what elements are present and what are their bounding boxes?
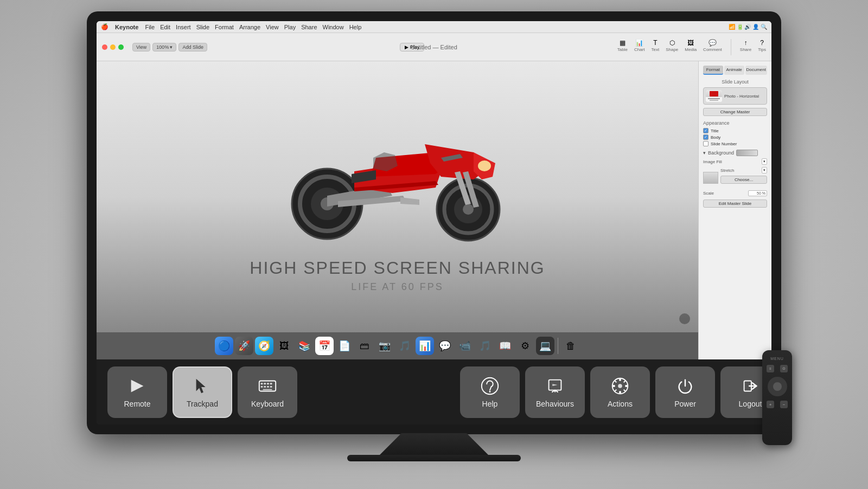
background-toggle[interactable]: ▾ bbox=[703, 150, 706, 156]
text-tool[interactable]: T Text bbox=[652, 39, 660, 55]
table-tool[interactable]: ▦ Table bbox=[617, 39, 628, 55]
zoom-button[interactable]: 100% ▾ bbox=[152, 43, 176, 52]
svg-rect-16 bbox=[261, 386, 263, 388]
tab-format[interactable]: Format bbox=[703, 66, 723, 75]
shape-tool[interactable]: ⬡ Shape bbox=[666, 39, 678, 55]
remote-home-button[interactable]: ⊙ bbox=[780, 365, 788, 372]
close-button[interactable] bbox=[102, 44, 107, 50]
remote-plus-button[interactable]: + bbox=[767, 401, 774, 408]
logout-icon bbox=[740, 376, 761, 396]
svg-point-8 bbox=[478, 160, 491, 171]
menu-help[interactable]: Help bbox=[349, 24, 362, 30]
menu-insert[interactable]: Insert bbox=[176, 24, 191, 30]
svg-rect-17 bbox=[264, 386, 266, 388]
choose-button[interactable]: Choose... bbox=[720, 176, 767, 184]
dock-camera[interactable]: 📷 bbox=[375, 337, 394, 355]
image-fill-dropdown[interactable]: ▾ bbox=[762, 158, 767, 165]
dock-files[interactable]: 🗃 bbox=[355, 337, 374, 355]
media-tool[interactable]: 🖼 Media bbox=[685, 39, 697, 55]
apple-menu[interactable]: 🍎 bbox=[101, 23, 108, 30]
share-tool[interactable]: ↑ Share bbox=[740, 39, 751, 55]
menu-format[interactable]: Format bbox=[215, 24, 234, 30]
scale-input[interactable]: 50 % bbox=[748, 190, 767, 196]
dock-finder[interactable]: 🔵 bbox=[215, 337, 233, 355]
power-icon bbox=[675, 376, 695, 396]
dock-facetime[interactable]: 📹 bbox=[456, 337, 474, 355]
tab-document[interactable]: Document bbox=[745, 66, 767, 75]
stretch-label: Stretch bbox=[720, 168, 761, 173]
body-checkbox[interactable] bbox=[703, 134, 709, 140]
tips-tool[interactable]: ? Tips bbox=[758, 39, 766, 55]
title-checkbox[interactable] bbox=[703, 128, 709, 133]
menu-window[interactable]: Window bbox=[323, 24, 344, 30]
add-slide-button[interactable]: Add Slide bbox=[178, 43, 207, 52]
menu-play[interactable]: Play bbox=[284, 24, 296, 30]
mac-window: 🍎 Keynote File Edit Insert Slide Format … bbox=[97, 21, 771, 359]
dock-safari[interactable]: 🧭 bbox=[255, 337, 273, 355]
dock-photos[interactable]: 🖼 bbox=[275, 337, 293, 355]
motorcycle-image bbox=[267, 95, 528, 247]
remote-top-buttons: ≡ ⊙ bbox=[767, 365, 788, 372]
behaviours-icon bbox=[545, 376, 565, 396]
dock-ibooks[interactable]: 📖 bbox=[496, 337, 514, 355]
dock-contacts[interactable]: 📚 bbox=[295, 337, 314, 355]
tv-screen: 🍎 Keynote File Edit Insert Slide Format … bbox=[97, 21, 771, 424]
panel-section-title: Slide Layout bbox=[703, 79, 767, 85]
dock-bar: 🔵 🚀 🧭 🖼 📚 📅 📄 🗃 📷 🎵 📊 bbox=[97, 332, 698, 359]
slide-title: HIGH SPEED SCREEN SHARING bbox=[250, 258, 545, 278]
stretch-dropdown[interactable]: ▾ bbox=[762, 167, 767, 173]
dock-notes[interactable]: 📄 bbox=[335, 337, 354, 355]
menu-status-icons: 📶 🔋 🔊 👤 🔍 bbox=[729, 24, 767, 30]
edit-master-button[interactable]: Edit Master Slide bbox=[703, 200, 767, 208]
dock-calendar[interactable]: 📅 bbox=[315, 337, 334, 355]
minimize-button[interactable] bbox=[110, 44, 116, 50]
actions-button[interactable]: Actions bbox=[590, 366, 650, 418]
help-button[interactable]: Help bbox=[460, 366, 520, 418]
actions-icon bbox=[610, 376, 630, 396]
svg-rect-20 bbox=[263, 389, 272, 390]
menu-arrange[interactable]: Arrange bbox=[239, 24, 260, 30]
menu-file[interactable]: File bbox=[145, 24, 155, 30]
menu-edit[interactable]: Edit bbox=[160, 24, 170, 30]
remote-circle-pad[interactable] bbox=[768, 377, 787, 396]
remote-minus-button[interactable]: − bbox=[780, 401, 788, 408]
view-button[interactable]: View bbox=[132, 43, 150, 52]
help-label: Help bbox=[482, 400, 498, 408]
dock-messages[interactable]: 💬 bbox=[436, 337, 454, 355]
right-panel: Format Animate Document Slide Layout bbox=[698, 61, 771, 359]
maximize-button[interactable] bbox=[118, 44, 124, 50]
dock-itunes[interactable]: 🎵 bbox=[476, 337, 494, 355]
dock-unknown[interactable]: 💻 bbox=[536, 337, 554, 355]
chart-tool[interactable]: 📊 Chart bbox=[634, 39, 645, 55]
image-fill-row: Image Fill ▾ bbox=[703, 158, 767, 165]
menu-slide[interactable]: Slide bbox=[196, 24, 209, 30]
apple-remote: MENU ≡ ⊙ + − bbox=[762, 350, 792, 445]
slide-number-checkbox[interactable] bbox=[703, 141, 709, 146]
svg-point-7 bbox=[463, 204, 474, 215]
svg-marker-10 bbox=[196, 379, 206, 394]
svg-rect-19 bbox=[270, 386, 272, 388]
behaviours-button[interactable]: Behaviours bbox=[525, 366, 585, 418]
background-header: ▾ Background bbox=[703, 150, 767, 156]
remote-button[interactable]: Remote bbox=[107, 366, 167, 418]
trackpad-button[interactable]: Trackpad bbox=[173, 366, 232, 418]
menu-view[interactable]: View bbox=[266, 24, 279, 30]
tab-animate[interactable]: Animate bbox=[724, 66, 744, 75]
dock-keynote[interactable]: 📊 bbox=[416, 337, 434, 355]
background-color-swatch[interactable] bbox=[736, 150, 758, 156]
background-label: Background bbox=[708, 150, 734, 156]
menu-share[interactable]: Share bbox=[301, 24, 317, 30]
comment-tool[interactable]: 💬 Comment bbox=[703, 39, 722, 55]
keyboard-button[interactable]: Keyboard bbox=[238, 366, 297, 418]
change-master-button[interactable]: Change Master bbox=[703, 108, 767, 116]
dock-launchpad[interactable]: 🚀 bbox=[235, 337, 253, 355]
dock-photos2[interactable]: 🎵 bbox=[395, 337, 414, 355]
remote-icon bbox=[127, 376, 148, 396]
tv-frame: 🍎 Keynote File Edit Insert Slide Format … bbox=[87, 11, 781, 434]
dock-preferences[interactable]: ⚙ bbox=[516, 337, 534, 355]
trackpad-icon bbox=[192, 376, 213, 396]
slide-share-icon[interactable] bbox=[679, 313, 690, 324]
dock-trash[interactable]: 🗑 bbox=[561, 337, 580, 355]
power-button[interactable]: Power bbox=[655, 366, 715, 418]
remote-menu-button[interactable]: ≡ bbox=[767, 365, 774, 372]
